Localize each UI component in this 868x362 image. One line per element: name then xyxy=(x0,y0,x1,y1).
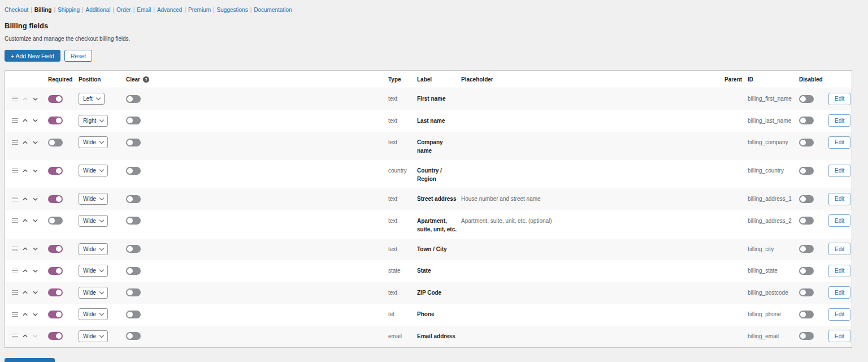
edit-button[interactable]: Edit xyxy=(828,286,850,299)
position-select[interactable]: Wide xyxy=(79,165,108,176)
clear-toggle[interactable] xyxy=(126,311,141,318)
nav-tab-additional[interactable]: Additional xyxy=(86,7,111,13)
nav-tab-checkout[interactable]: Checkout xyxy=(5,7,28,13)
move-down-icon[interactable] xyxy=(32,290,38,295)
drag-handle-icon[interactable] xyxy=(12,197,18,201)
move-down-icon[interactable] xyxy=(32,169,38,173)
nav-tab-documentation[interactable]: Documentation xyxy=(254,7,292,13)
disabled-toggle[interactable] xyxy=(799,245,814,253)
move-down-icon[interactable] xyxy=(32,97,38,101)
move-down-icon[interactable] xyxy=(32,118,38,123)
nav-tab-advanced[interactable]: Advanced xyxy=(157,7,182,13)
nav-tab-billing[interactable]: Billing xyxy=(34,7,52,13)
drag-handle-icon[interactable] xyxy=(12,312,18,317)
edit-button[interactable]: Edit xyxy=(828,93,850,105)
move-down-icon[interactable] xyxy=(32,334,38,338)
drag-handle-icon[interactable] xyxy=(12,97,18,101)
move-down-icon[interactable] xyxy=(32,312,38,317)
disabled-toggle[interactable] xyxy=(799,139,814,146)
clear-toggle[interactable] xyxy=(126,167,141,175)
required-toggle[interactable] xyxy=(48,245,63,253)
position-select[interactable]: Wide xyxy=(79,330,108,342)
clear-toggle[interactable] xyxy=(126,267,141,275)
nav-tab-email[interactable]: Email xyxy=(137,7,151,13)
clear-toggle[interactable] xyxy=(126,217,141,225)
clear-toggle[interactable] xyxy=(126,117,141,124)
move-up-icon[interactable] xyxy=(22,269,28,273)
required-toggle[interactable] xyxy=(48,267,63,275)
disabled-toggle[interactable] xyxy=(799,167,814,175)
nav-tab-shipping[interactable]: Shipping xyxy=(58,7,80,13)
move-up-icon[interactable] xyxy=(22,169,28,173)
move-up-icon[interactable] xyxy=(22,118,28,123)
clear-toggle[interactable] xyxy=(126,139,141,146)
drag-handle-icon[interactable] xyxy=(12,269,18,273)
move-down-icon[interactable] xyxy=(32,140,38,145)
disabled-toggle[interactable] xyxy=(799,95,814,103)
required-toggle[interactable] xyxy=(48,139,63,146)
save-changes-button[interactable]: Save changes xyxy=(5,358,55,362)
position-select[interactable]: Wide xyxy=(79,193,108,205)
move-down-icon[interactable] xyxy=(32,247,38,251)
required-toggle[interactable] xyxy=(48,288,63,296)
position-select[interactable]: Left xyxy=(79,93,105,105)
position-select[interactable]: Wide xyxy=(79,265,108,277)
move-down-icon[interactable] xyxy=(32,218,38,223)
required-toggle[interactable] xyxy=(48,195,63,203)
move-up-icon[interactable] xyxy=(22,312,28,317)
edit-button[interactable]: Edit xyxy=(828,243,850,255)
disabled-toggle[interactable] xyxy=(799,217,814,225)
drag-handle-icon[interactable] xyxy=(12,334,18,338)
help-icon[interactable]: ? xyxy=(143,76,149,83)
move-up-icon[interactable] xyxy=(22,247,28,251)
drag-handle-icon[interactable] xyxy=(12,218,18,223)
add-new-field-button[interactable]: + Add New Field xyxy=(5,50,60,62)
drag-handle-icon[interactable] xyxy=(12,169,18,173)
edit-button[interactable]: Edit xyxy=(828,193,850,205)
nav-tab-premium[interactable]: Premium xyxy=(188,7,211,13)
edit-button[interactable]: Edit xyxy=(828,308,850,321)
move-up-icon[interactable] xyxy=(22,197,28,201)
clear-toggle[interactable] xyxy=(126,95,141,103)
clear-toggle[interactable] xyxy=(126,288,141,296)
position-select[interactable]: Wide xyxy=(79,243,108,255)
disabled-toggle[interactable] xyxy=(799,311,814,318)
required-toggle[interactable] xyxy=(48,95,63,103)
position-select[interactable]: Wide xyxy=(79,308,108,320)
move-down-icon[interactable] xyxy=(32,197,38,201)
required-toggle[interactable] xyxy=(48,311,63,318)
clear-toggle[interactable] xyxy=(126,332,141,340)
edit-button[interactable]: Edit xyxy=(828,330,850,342)
nav-tab-suggestions[interactable]: Suggestions xyxy=(217,7,248,13)
drag-handle-icon[interactable] xyxy=(12,140,18,145)
required-toggle[interactable] xyxy=(48,332,63,340)
move-up-icon[interactable] xyxy=(22,218,28,223)
move-down-icon[interactable] xyxy=(32,269,38,273)
position-select[interactable]: Wide xyxy=(79,215,108,227)
drag-handle-icon[interactable] xyxy=(12,290,18,295)
clear-toggle[interactable] xyxy=(126,195,141,203)
disabled-toggle[interactable] xyxy=(799,195,814,203)
position-select[interactable]: Right xyxy=(79,115,108,127)
disabled-toggle[interactable] xyxy=(799,267,814,275)
disabled-toggle[interactable] xyxy=(799,117,814,124)
edit-button[interactable]: Edit xyxy=(828,136,850,149)
edit-button[interactable]: Edit xyxy=(828,265,850,277)
edit-button[interactable]: Edit xyxy=(828,165,850,177)
position-select[interactable]: Wide xyxy=(79,287,108,299)
move-up-icon[interactable] xyxy=(22,140,28,145)
required-toggle[interactable] xyxy=(48,117,63,124)
required-toggle[interactable] xyxy=(48,167,63,175)
drag-handle-icon[interactable] xyxy=(12,118,18,123)
drag-handle-icon[interactable] xyxy=(12,247,18,251)
nav-tab-order[interactable]: Order xyxy=(116,7,131,13)
edit-button[interactable]: Edit xyxy=(828,114,850,127)
move-up-icon[interactable] xyxy=(22,97,28,101)
disabled-toggle[interactable] xyxy=(799,332,814,340)
move-up-icon[interactable] xyxy=(22,290,28,295)
edit-button[interactable]: Edit xyxy=(828,214,850,227)
position-select[interactable]: Wide xyxy=(79,136,108,148)
disabled-toggle[interactable] xyxy=(799,288,814,296)
reset-button[interactable]: Reset xyxy=(64,50,92,62)
required-toggle[interactable] xyxy=(48,217,63,225)
